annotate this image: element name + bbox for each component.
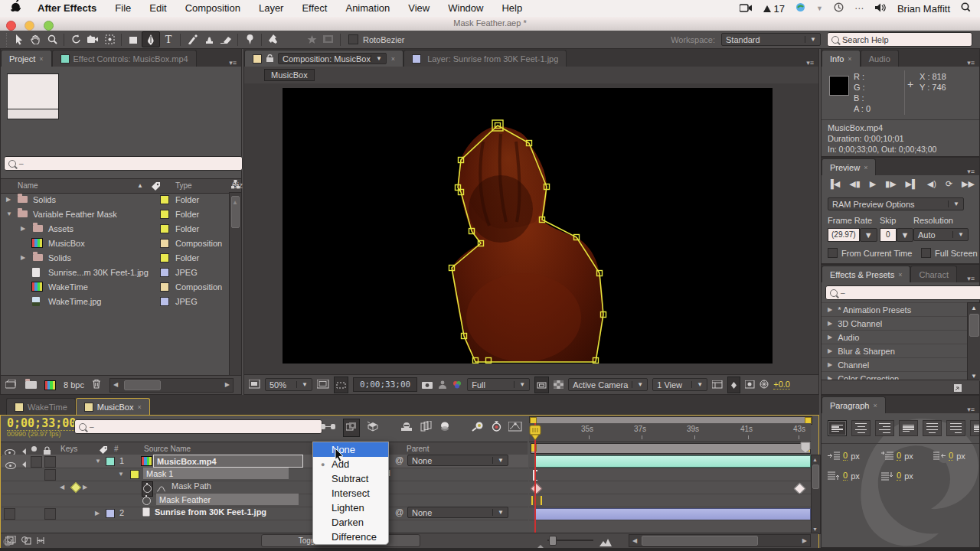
- justify-last-right-button[interactable]: [946, 420, 965, 436]
- frame-rate-field[interactable]: (29.97) ▼: [828, 228, 877, 242]
- project-row[interactable]: MusicBox Composition: [1, 236, 241, 250]
- space-after-field[interactable]: 0px: [881, 471, 913, 481]
- mask-visibility-icon[interactable]: [320, 32, 337, 47]
- activity-count[interactable]: 17: [763, 3, 784, 15]
- menu-item-add[interactable]: ●Add: [313, 457, 388, 471]
- brainstorm-icon[interactable]: [472, 421, 485, 435]
- tab-project[interactable]: Project×: [1, 50, 52, 67]
- project-scrollbar[interactable]: ▲: [229, 192, 242, 376]
- lock-panel-icon[interactable]: [3, 537, 12, 546]
- menu-composition[interactable]: Composition: [176, 0, 250, 17]
- project-row[interactable]: Sunrise...m 30K Feet-1.jpg JPEG: [1, 265, 241, 279]
- justify-last-left-button[interactable]: [899, 420, 918, 436]
- menu-window[interactable]: Window: [439, 0, 492, 17]
- layer-bar-musicbox[interactable]: [534, 455, 811, 468]
- mask-feather-row[interactable]: Mask Feather: [2, 494, 528, 507]
- eye-toggle[interactable]: [4, 508, 15, 520]
- play-button[interactable]: ▶: [870, 179, 876, 189]
- first-line-indent-field[interactable]: 0px: [881, 451, 913, 461]
- help-search-input[interactable]: Search Help: [827, 32, 972, 47]
- star-icon[interactable]: [303, 32, 320, 47]
- breadcrumb-musicbox[interactable]: MusicBox: [264, 69, 315, 81]
- effects-category[interactable]: ▶Audio: [822, 330, 967, 344]
- tab-audio[interactable]: Audio: [861, 50, 899, 67]
- layer-bar-sunrise[interactable]: [534, 508, 811, 520]
- prev-keyframe-arrow[interactable]: ◀: [60, 484, 64, 491]
- resolution-field[interactable]: Auto▼: [913, 228, 969, 241]
- tab-character[interactable]: Charact: [910, 266, 957, 282]
- zoom-slider-handle[interactable]: [549, 536, 557, 546]
- menu-item-darken[interactable]: Darken: [313, 515, 388, 530]
- hide-shy-layers-icon[interactable]: [400, 421, 413, 435]
- always-preview-icon[interactable]: [249, 378, 260, 392]
- timeline-graph-area[interactable]: [529, 455, 811, 533]
- layer-expander[interactable]: ▼: [95, 458, 101, 465]
- eraser-tool[interactable]: [217, 32, 234, 47]
- expand-in-out-icon[interactable]: [36, 535, 45, 549]
- viewer-canvas[interactable]: [244, 83, 818, 374]
- timeline-hscrollbar[interactable]: ◀ ▶: [629, 534, 811, 547]
- menu-item-subtract[interactable]: Subtract: [313, 471, 388, 486]
- project-bpc[interactable]: 8 bpc: [64, 380, 84, 390]
- menu-help[interactable]: Help: [492, 0, 531, 17]
- resolution-dropdown[interactable]: Full▼: [467, 378, 530, 391]
- panel-menu-icon[interactable]: ▾≡: [962, 59, 979, 67]
- layer-name[interactable]: Sunrise from 30K Feet-1.jpg: [155, 507, 266, 517]
- timecode-value[interactable]: 0;00;33;00: [7, 416, 76, 431]
- timeline-vscrollbar[interactable]: ▲ ▼: [811, 455, 821, 534]
- menu-animation[interactable]: Animation: [336, 0, 399, 17]
- project-row[interactable]: ▶ Solids Folder: [1, 192, 241, 207]
- menu-layer[interactable]: Layer: [250, 0, 293, 17]
- live-update-icon[interactable]: [343, 419, 360, 437]
- frame-blending-icon[interactable]: [420, 421, 433, 435]
- menubar-user[interactable]: Brian Maffitt: [897, 3, 950, 15]
- project-row[interactable]: ▶ Solids Folder: [1, 250, 241, 265]
- menu-item-lighten[interactable]: Lighten: [313, 500, 388, 515]
- interpret-footage-icon[interactable]: [5, 378, 18, 392]
- selection-tool[interactable]: [10, 32, 27, 47]
- type-tool[interactable]: T: [160, 32, 177, 47]
- composition-frame[interactable]: [283, 88, 773, 364]
- timeline-search-input[interactable]: –: [74, 419, 322, 434]
- work-area-bar[interactable]: [531, 443, 811, 454]
- menu-view[interactable]: View: [399, 0, 439, 17]
- mask-path-row[interactable]: ◀ ▶ Mask Path: [2, 481, 528, 494]
- tab-info[interactable]: Info×: [822, 50, 861, 67]
- time-ruler[interactable]: 35s 37s 39s 41s 43s: [529, 423, 811, 442]
- sync-icon[interactable]: [795, 2, 805, 15]
- new-folder-icon[interactable]: [25, 378, 37, 392]
- next-frame-button[interactable]: ▮▶: [885, 179, 897, 189]
- volume-icon[interactable]: [875, 3, 887, 15]
- timeline-button-icon[interactable]: [712, 378, 723, 392]
- solo-toggle[interactable]: [31, 456, 42, 468]
- window-titlebar[interactable]: Mask Feather.aep *: [0, 17, 980, 31]
- mask-name[interactable]: Mask 1: [143, 468, 289, 479]
- column-type[interactable]: Type: [175, 181, 192, 190]
- layer-row-sunrise[interactable]: ▶ 2 Sunrise from 30K Feet-1.jpg @ None▼: [2, 507, 528, 520]
- first-frame-button[interactable]: ▐◀: [828, 179, 840, 189]
- graph-editor-icon[interactable]: [508, 421, 522, 435]
- lock-toggle[interactable]: [44, 469, 56, 481]
- rotate-tool[interactable]: [67, 32, 84, 47]
- justify-last-center-button[interactable]: [923, 420, 942, 436]
- from-current-time-checkbox[interactable]: From Current Time: [828, 248, 912, 258]
- menu-file[interactable]: File: [106, 0, 140, 17]
- prev-frame-button[interactable]: ◀▮: [849, 179, 861, 189]
- motion-blur-icon[interactable]: [439, 421, 450, 435]
- tab-musicbox[interactable]: MusicBox×: [76, 398, 150, 415]
- menu-item-intersect[interactable]: Intersect: [313, 486, 388, 500]
- project-row[interactable]: WakeTime.jpg JPEG: [1, 294, 241, 308]
- project-hscrollbar[interactable]: ◀ ▶: [109, 378, 234, 393]
- project-row[interactable]: WakeTime Composition: [1, 279, 241, 294]
- align-left-button[interactable]: [828, 420, 847, 436]
- reset-exposure-icon[interactable]: [745, 378, 755, 392]
- mask-row[interactable]: ▼ Mask 1 Inverted: [2, 468, 528, 481]
- menu-item-none[interactable]: None: [313, 442, 388, 457]
- ram-preview-button[interactable]: ▶▶: [962, 179, 975, 189]
- panel-menu-icon[interactable]: ▾≡: [962, 168, 979, 175]
- lock-toggle[interactable]: [44, 456, 56, 468]
- property-name-selected[interactable]: Mask Feather: [156, 494, 299, 505]
- layer-color-swatch[interactable]: [106, 457, 115, 466]
- source-name-header[interactable]: Source Name: [144, 445, 191, 453]
- clone-stamp-tool[interactable]: [201, 32, 217, 47]
